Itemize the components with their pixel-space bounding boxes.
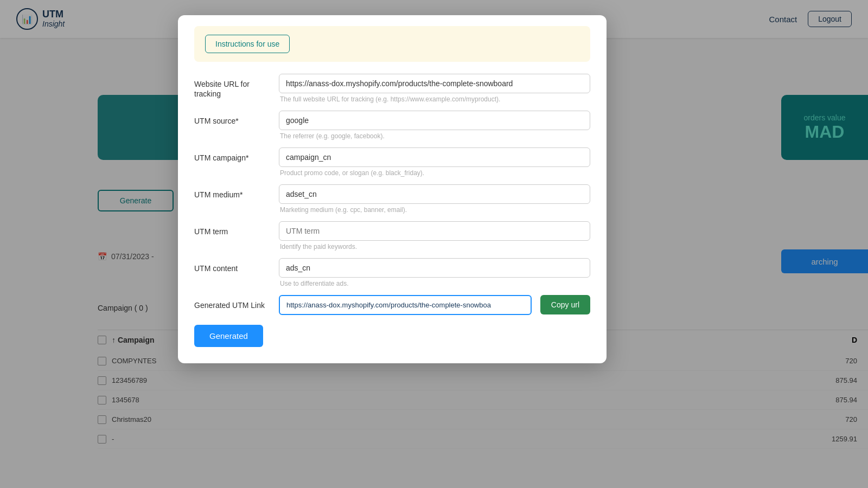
utm-content-hint: Use to differentiate ads. (280, 280, 590, 287)
utm-medium-input[interactable] (279, 184, 590, 204)
utm-source-hint: The referrer (e.g. google, facebook). (280, 132, 590, 140)
utm-source-input[interactable] (279, 111, 590, 130)
instructions-button[interactable]: Instructions for use (205, 35, 290, 53)
utm-content-field-wrap: Use to differentiate ads. (279, 258, 590, 287)
utm-source-row: UTM source* The referrer (e.g. google, f… (194, 111, 590, 140)
generated-utm-label: Generated UTM Link (194, 295, 270, 310)
utm-content-row: UTM content Use to differentiate ads. (194, 258, 590, 287)
utm-campaign-row: UTM campaign* Product promo code, or slo… (194, 147, 590, 177)
utm-content-label: UTM content (194, 258, 270, 273)
utm-term-field-wrap: Identify the paid keywords. (279, 221, 590, 251)
utm-medium-label: UTM medium* (194, 184, 270, 200)
website-url-field-wrap: The full website URL for tracking (e.g. … (279, 74, 590, 103)
instructions-banner: Instructions for use (194, 26, 590, 62)
generated-input-wrap (279, 295, 532, 315)
website-url-hint: The full website URL for tracking (e.g. … (280, 95, 590, 103)
copy-url-button[interactable]: Copy url (540, 295, 590, 314)
generated-utm-input[interactable] (279, 295, 532, 315)
utm-medium-row: UTM medium* Marketing medium (e.g. cpc, … (194, 184, 590, 214)
utm-campaign-field-wrap: Product promo code, or slogan (e.g. blac… (279, 147, 590, 177)
generate-utm-button[interactable]: Generated (194, 325, 263, 347)
utm-source-label: UTM source* (194, 111, 270, 126)
utm-term-row: UTM term Identify the paid keywords. (194, 221, 590, 251)
generated-utm-row: Generated UTM Link Copy url (194, 295, 590, 315)
utm-source-field-wrap: The referrer (e.g. google, facebook). (279, 111, 590, 140)
website-url-label: Website URL for tracking (194, 74, 270, 99)
utm-term-hint: Identify the paid keywords. (280, 243, 590, 251)
utm-content-input[interactable] (279, 258, 590, 278)
utm-campaign-hint: Product promo code, or slogan (e.g. blac… (280, 169, 590, 177)
website-url-input[interactable] (279, 74, 590, 93)
utm-term-input[interactable] (279, 221, 590, 241)
utm-generator-modal: Instructions for use Website URL for tra… (178, 15, 607, 363)
website-url-row: Website URL for tracking The full websit… (194, 74, 590, 103)
utm-campaign-input[interactable] (279, 147, 590, 167)
utm-campaign-label: UTM campaign* (194, 147, 270, 163)
utm-term-label: UTM term (194, 221, 270, 236)
utm-medium-hint: Marketing medium (e.g. cpc, banner, emai… (280, 206, 590, 214)
utm-medium-field-wrap: Marketing medium (e.g. cpc, banner, emai… (279, 184, 590, 214)
